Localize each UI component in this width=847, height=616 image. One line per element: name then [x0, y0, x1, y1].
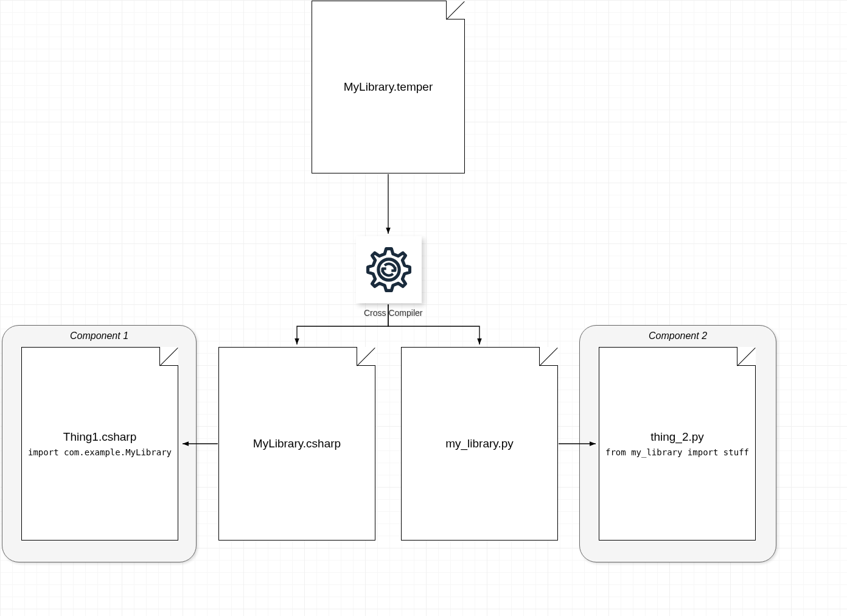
source-file-document: MyLibrary.temper [312, 1, 465, 173]
output-csharp-document: MyLibrary.csharp [218, 347, 375, 541]
component-2-file-title: thing_2.py [650, 430, 704, 444]
component-2-file-code: from my_library import stuff [605, 447, 749, 457]
component-1-file-title: Thing1.csharp [63, 430, 136, 444]
cross-compiler-label: Cross Compiler [364, 308, 422, 318]
component-1-file-document: Thing1.csharp import com.example.MyLibra… [21, 347, 178, 541]
component-2-label: Component 2 [580, 331, 776, 341]
component-1-file-code: import com.example.MyLibrary [28, 447, 172, 457]
output-python-title: my_library.py [445, 437, 514, 450]
output-python-document: my_library.py [401, 347, 558, 541]
gear-icon [363, 243, 415, 296]
component-2-file-document: thing_2.py from my_library import stuff [599, 347, 756, 541]
component-1-label: Component 1 [2, 331, 196, 341]
source-file-title: MyLibrary.temper [344, 80, 433, 94]
cross-compiler-box [356, 236, 422, 303]
output-csharp-title: MyLibrary.csharp [253, 437, 341, 450]
